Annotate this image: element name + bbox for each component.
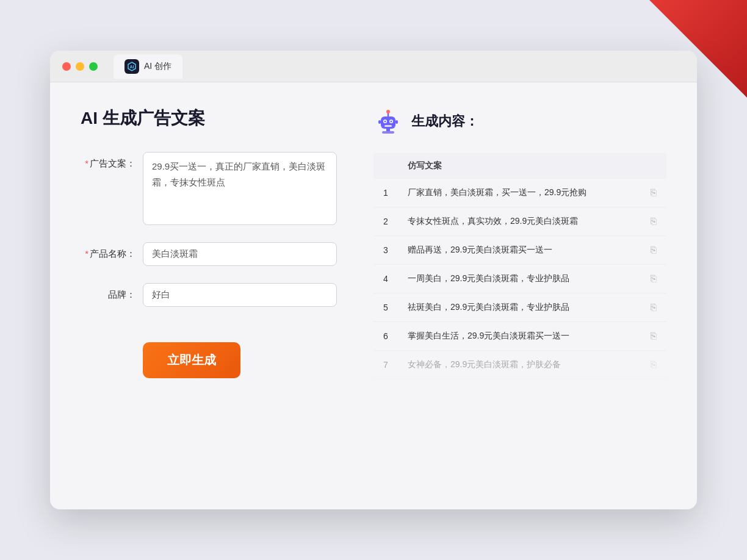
brand-group: 品牌： — [81, 283, 337, 307]
row-text: 赠品再送，29.9元美白淡斑霜买一送一 — [398, 236, 641, 265]
right-header: 生成内容： — [374, 107, 666, 136]
row-text: 掌握美白生活，29.9元美白淡斑霜买一送一 — [398, 322, 641, 351]
row-number: 7 — [374, 351, 398, 379]
product-name-label: *产品名称： — [81, 242, 135, 260]
row-number: 5 — [374, 293, 398, 322]
required-star-2: * — [85, 248, 88, 259]
row-number: 2 — [374, 207, 398, 236]
copy-icon[interactable]: ⎘ — [651, 216, 657, 226]
ai-tab[interactable]: AI AI 创作 — [114, 54, 182, 79]
row-text: 专抹女性斑点，真实功效，29.9元美白淡斑霜 — [398, 207, 641, 236]
svg-rect-12 — [386, 129, 390, 131]
product-name-input[interactable] — [143, 242, 337, 266]
browser-window: AI AI 创作 AI 生成广告文案 *广告文案： *产品名称： — [50, 51, 697, 509]
row-text: 祛斑美白，29.9元美白淡斑霜，专业护肤品 — [398, 293, 641, 322]
copy-column-header: 仿写文案 — [398, 153, 641, 179]
copy-button[interactable]: ⎘ — [641, 322, 666, 351]
svg-rect-7 — [384, 125, 392, 127]
row-text: 一周美白，29.9元美白淡斑霜，专业护肤品 — [398, 265, 641, 293]
table-row: 1厂家直销，美白淡斑霜，买一送一，29.9元抢购⎘ — [374, 179, 666, 207]
results-table: 仿写文案 1厂家直销，美白淡斑霜，买一送一，29.9元抢购⎘2专抹女性斑点，真实… — [374, 153, 666, 379]
index-column-header — [374, 153, 398, 179]
table-row: 6掌握美白生活，29.9元美白淡斑霜买一送一⎘ — [374, 322, 666, 351]
main-content: AI 生成广告文案 *广告文案： *产品名称： 品牌： 立 — [50, 82, 697, 509]
svg-rect-11 — [395, 120, 398, 124]
svg-point-9 — [386, 110, 390, 113]
copy-button[interactable]: ⎘ — [641, 351, 666, 379]
title-bar: AI AI 创作 — [50, 51, 697, 82]
copy-icon[interactable]: ⎘ — [651, 331, 657, 341]
action-column-header — [641, 153, 666, 179]
table-row: 2专抹女性斑点，真实功效，29.9元美白淡斑霜⎘ — [374, 207, 666, 236]
copy-icon[interactable]: ⎘ — [651, 187, 657, 198]
row-number: 1 — [374, 179, 398, 207]
svg-point-5 — [384, 121, 386, 123]
row-number: 6 — [374, 322, 398, 351]
tab-label: AI 创作 — [144, 61, 171, 72]
left-panel: AI 生成广告文案 *广告文案： *产品名称： 品牌： 立 — [81, 107, 337, 485]
copy-button[interactable]: ⎘ — [641, 179, 666, 207]
row-number: 3 — [374, 236, 398, 265]
required-star: * — [85, 158, 88, 168]
table-row: 7女神必备，29.9元美白淡斑霜，护肤必备⎘ — [374, 351, 666, 379]
copy-button[interactable]: ⎘ — [641, 293, 666, 322]
table-row: 5祛斑美白，29.9元美白淡斑霜，专业护肤品⎘ — [374, 293, 666, 322]
page-title: AI 生成广告文案 — [81, 107, 337, 130]
row-number: 4 — [374, 265, 398, 293]
brand-label: 品牌： — [81, 283, 135, 301]
right-panel: 生成内容： 仿写文案 1厂家直销，美白淡斑霜，买一送一，29.9元抢购⎘2专抹女… — [374, 107, 666, 485]
copy-button[interactable]: ⎘ — [641, 265, 666, 293]
copy-icon[interactable]: ⎘ — [651, 302, 657, 312]
table-row: 4一周美白，29.9元美白淡斑霜，专业护肤品⎘ — [374, 265, 666, 293]
copy-icon[interactable]: ⎘ — [651, 359, 657, 370]
ad-copy-group: *广告文案： — [81, 152, 337, 225]
copy-icon[interactable]: ⎘ — [651, 245, 657, 255]
product-name-group: *产品名称： — [81, 242, 337, 266]
minimize-button[interactable] — [76, 62, 84, 71]
close-button[interactable] — [62, 62, 71, 71]
right-title: 生成内容： — [411, 112, 478, 131]
ai-tab-icon: AI — [125, 59, 139, 74]
copy-button[interactable]: ⎘ — [641, 207, 666, 236]
row-text: 厂家直销，美白淡斑霜，买一送一，29.9元抢购 — [398, 179, 641, 207]
svg-rect-13 — [382, 131, 394, 134]
generate-button[interactable]: 立即生成 — [143, 342, 240, 378]
svg-text:AI: AI — [130, 65, 134, 69]
robot-icon — [374, 107, 403, 136]
ad-copy-input[interactable] — [143, 152, 337, 225]
brand-input[interactable] — [143, 283, 337, 307]
copy-icon[interactable]: ⎘ — [651, 273, 657, 284]
traffic-lights — [62, 62, 98, 71]
svg-point-6 — [391, 121, 392, 123]
ad-copy-label: *广告文案： — [81, 152, 135, 170]
copy-button[interactable]: ⎘ — [641, 236, 666, 265]
svg-rect-10 — [378, 120, 381, 124]
maximize-button[interactable] — [89, 62, 98, 71]
row-text: 女神必备，29.9元美白淡斑霜，护肤必备 — [398, 351, 641, 379]
table-row: 3赠品再送，29.9元美白淡斑霜买一送一⎘ — [374, 236, 666, 265]
